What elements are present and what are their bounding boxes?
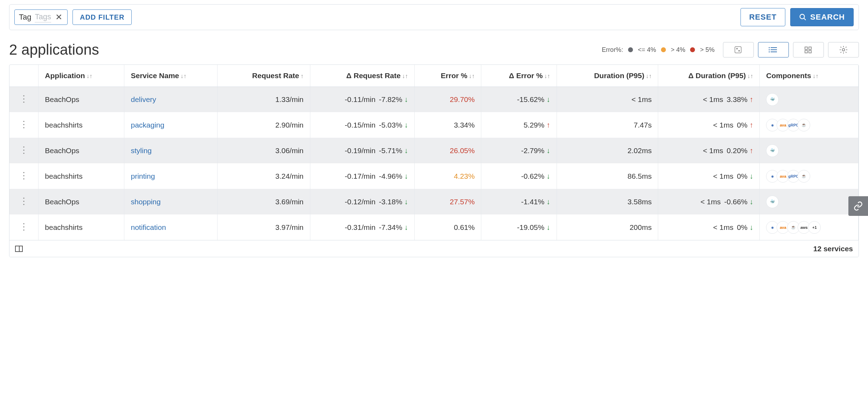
column-duration-p95[interactable]: Duration (P95)↓↑ — [557, 65, 658, 87]
cell-components: ⎈ava☕aws+1 — [760, 214, 859, 240]
svg-rect-12 — [809, 47, 811, 49]
cell-components: 🐳 — [760, 87, 859, 112]
tag-filter-chip[interactable]: Tag Tags ✕ — [14, 9, 68, 25]
svg-rect-13 — [805, 50, 807, 53]
dice-icon — [733, 46, 743, 53]
cell-application: BeachOps — [39, 138, 124, 163]
view-card-button[interactable] — [723, 42, 754, 57]
column-request-rate[interactable]: Request Rate↑ — [217, 65, 310, 87]
cell-delta-request-rate: -0.12/min-3.18% ↓ — [310, 189, 414, 214]
row-menu-button[interactable]: ⋮ — [9, 138, 39, 163]
error-legend: Error%: <= 4% > 4% > 5% — [602, 46, 715, 54]
cell-duration-p95: 3.58ms — [557, 189, 658, 214]
cell-error-pct: 29.70% — [414, 87, 481, 112]
cell-duration-p95: 86.5ms — [557, 163, 658, 189]
grid-icon — [804, 46, 813, 53]
legend-dot-red — [690, 47, 695, 52]
table-header-row: Application↓↑ Service Name↓↑ Request Rat… — [9, 65, 859, 87]
cell-delta-request-rate: -0.31/min-7.34% ↓ — [310, 214, 414, 240]
service-link[interactable]: shopping — [131, 198, 160, 206]
cell-delta-error-pct: -1.41% ↓ — [481, 189, 557, 214]
cell-delta-request-rate: -0.15/min-5.03% ↓ — [310, 112, 414, 138]
legend-label: Error%: — [602, 46, 623, 54]
table-footer: 12 services — [9, 240, 859, 257]
cell-delta-duration-p95: < 1ms0% ↓ — [658, 163, 760, 189]
view-grid-button[interactable] — [793, 42, 824, 57]
cell-error-pct: 0.61% — [414, 214, 481, 240]
svg-point-10 — [769, 52, 770, 53]
close-icon[interactable]: ✕ — [55, 12, 63, 22]
component-badge-wf: 🐳 — [766, 144, 779, 157]
column-menu — [9, 65, 39, 87]
cell-components: 🐳 — [760, 138, 859, 163]
svg-line-1 — [804, 18, 806, 20]
row-menu-button[interactable]: ⋮ — [9, 163, 39, 189]
settings-button[interactable] — [828, 42, 859, 57]
legend-dot-gray — [628, 47, 633, 52]
svg-point-15 — [842, 49, 845, 51]
add-filter-button[interactable]: ADD FILTER — [73, 9, 132, 25]
table-row: ⋮ beachshirts notification 3.97/min -0.3… — [9, 214, 859, 240]
cell-request-rate: 3.06/min — [217, 138, 310, 163]
svg-point-0 — [800, 14, 805, 19]
column-delta-request-rate[interactable]: Δ Request Rate↓↑ — [310, 65, 414, 87]
cell-components: 🐳 — [760, 189, 859, 214]
permalink-button[interactable] — [848, 196, 868, 216]
service-link[interactable]: packaging — [131, 121, 164, 129]
svg-point-9 — [769, 49, 770, 50]
cell-service-name: styling — [124, 138, 217, 163]
svg-rect-11 — [805, 47, 807, 49]
column-service-name[interactable]: Service Name↓↑ — [124, 65, 217, 87]
cell-service-name: packaging — [124, 112, 217, 138]
cell-application: BeachOps — [39, 87, 124, 112]
service-link[interactable]: styling — [131, 146, 152, 155]
column-components[interactable]: Components↓↑ — [760, 65, 859, 87]
cell-service-name: notification — [124, 214, 217, 240]
cell-delta-duration-p95: < 1ms-0.66% ↓ — [658, 189, 760, 214]
svg-point-3 — [737, 48, 738, 49]
row-menu-button[interactable]: ⋮ — [9, 189, 39, 214]
service-link[interactable]: notification — [131, 223, 166, 231]
service-link[interactable]: printing — [131, 172, 155, 180]
column-delta-duration-p95[interactable]: Δ Duration (P95)↓↑ — [658, 65, 760, 87]
cell-application: beachshirts — [39, 163, 124, 189]
svg-rect-2 — [735, 47, 741, 53]
services-table: Application↓↑ Service Name↓↑ Request Rat… — [9, 64, 859, 257]
view-switcher — [723, 42, 824, 57]
cell-delta-duration-p95: < 1ms0% ↓ — [658, 214, 760, 240]
cell-service-name: shopping — [124, 189, 217, 214]
component-badge-wf: 🐳 — [766, 196, 779, 208]
column-chooser-icon[interactable] — [15, 246, 23, 252]
vertical-dots-icon: ⋮ — [19, 225, 28, 228]
component-badge-java2: ☕ — [798, 119, 810, 131]
heading-row: 2 applications Error%: <= 4% > 4% > 5% — [9, 41, 859, 58]
cell-delta-request-rate: -0.17/min-4.96% ↓ — [310, 163, 414, 189]
svg-point-8 — [769, 47, 770, 48]
vertical-dots-icon: ⋮ — [19, 97, 28, 101]
cell-service-name: printing — [124, 163, 217, 189]
cell-duration-p95: 2.02ms — [557, 138, 658, 163]
tag-placeholder[interactable]: Tags — [35, 12, 51, 22]
search-button[interactable]: SEARCH — [790, 8, 854, 26]
row-menu-button[interactable]: ⋮ — [9, 112, 39, 138]
cell-application: beachshirts — [39, 214, 124, 240]
cell-error-pct: 27.57% — [414, 189, 481, 214]
column-application[interactable]: Application↓↑ — [39, 65, 124, 87]
legend-dot-orange — [661, 47, 666, 52]
column-error-pct[interactable]: Error %↓↑ — [414, 65, 481, 87]
component-badge-java2: ☕ — [798, 170, 810, 183]
cell-duration-p95: 7.47s — [557, 112, 658, 138]
reset-button[interactable]: RESET — [740, 8, 785, 26]
service-count: 12 services — [813, 245, 853, 253]
service-link[interactable]: delivery — [131, 95, 156, 103]
vertical-dots-icon: ⋮ — [19, 199, 28, 203]
svg-point-4 — [739, 50, 740, 52]
row-menu-button[interactable]: ⋮ — [9, 87, 39, 112]
cell-error-pct: 4.23% — [414, 163, 481, 189]
column-delta-error-pct[interactable]: Δ Error %↓↑ — [481, 65, 557, 87]
view-list-button[interactable] — [758, 42, 789, 57]
cell-delta-error-pct: -2.79% ↓ — [481, 138, 557, 163]
row-menu-button[interactable]: ⋮ — [9, 214, 39, 240]
cell-application: BeachOps — [39, 189, 124, 214]
table-row: ⋮ BeachOps shopping 3.69/min -0.12/min-3… — [9, 189, 859, 214]
